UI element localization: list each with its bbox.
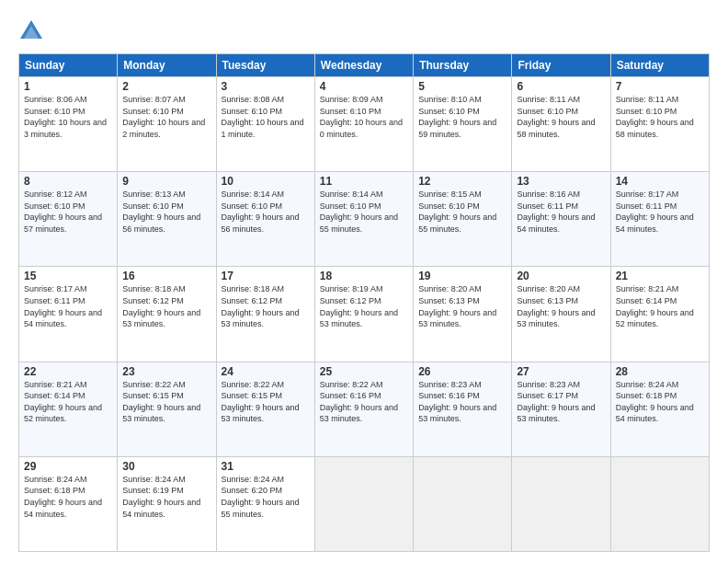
calendar-cell: 18Sunrise: 8:19 AMSunset: 6:12 PMDayligh…: [314, 267, 413, 362]
day-number: 23: [122, 365, 210, 378]
calendar-cell: 14Sunrise: 8:17 AMSunset: 6:11 PMDayligh…: [610, 172, 709, 267]
page: SundayMondayTuesdayWednesdayThursdayFrid…: [0, 0, 728, 563]
calendar-header-row: SundayMondayTuesdayWednesdayThursdayFrid…: [19, 54, 710, 77]
calendar-cell: [414, 456, 512, 551]
calendar-cell: 26Sunrise: 8:23 AMSunset: 6:16 PMDayligh…: [414, 362, 512, 456]
day-number: 19: [418, 270, 506, 282]
day-info: Sunrise: 8:06 AMSunset: 6:10 PMDaylight:…: [24, 95, 107, 139]
calendar-cell: [314, 456, 413, 551]
day-number: 16: [122, 270, 210, 282]
calendar-cell: 27Sunrise: 8:23 AMSunset: 6:17 PMDayligh…: [512, 362, 610, 456]
calendar-week-row: 29Sunrise: 8:24 AMSunset: 6:18 PMDayligh…: [19, 456, 710, 551]
calendar-cell: 1Sunrise: 8:06 AMSunset: 6:10 PMDaylight…: [19, 77, 118, 172]
calendar-cell: 23Sunrise: 8:22 AMSunset: 6:15 PMDayligh…: [118, 362, 216, 456]
day-number: 1: [24, 80, 112, 93]
calendar-cell: 25Sunrise: 8:22 AMSunset: 6:16 PMDayligh…: [314, 362, 413, 456]
day-info: Sunrise: 8:11 AMSunset: 6:10 PMDaylight:…: [616, 95, 694, 139]
calendar-cell: 8Sunrise: 8:12 AMSunset: 6:10 PMDaylight…: [19, 172, 118, 267]
calendar-cell: 3Sunrise: 8:08 AMSunset: 6:10 PMDaylight…: [216, 77, 314, 172]
calendar-cell: 11Sunrise: 8:14 AMSunset: 6:10 PMDayligh…: [314, 172, 413, 267]
day-number: 9: [122, 175, 210, 188]
calendar-cell: 9Sunrise: 8:13 AMSunset: 6:10 PMDaylight…: [118, 172, 216, 267]
calendar-cell: 6Sunrise: 8:11 AMSunset: 6:10 PMDaylight…: [512, 77, 610, 172]
calendar-body: 1Sunrise: 8:06 AMSunset: 6:10 PMDaylight…: [19, 77, 710, 552]
calendar-cell: 12Sunrise: 8:15 AMSunset: 6:10 PMDayligh…: [414, 172, 512, 267]
day-info: Sunrise: 8:17 AMSunset: 6:11 PMDaylight:…: [24, 284, 102, 328]
calendar-cell: 2Sunrise: 8:07 AMSunset: 6:10 PMDaylight…: [118, 77, 216, 172]
day-number: 7: [616, 80, 704, 93]
day-info: Sunrise: 8:17 AMSunset: 6:11 PMDaylight:…: [616, 190, 694, 234]
calendar-cell: 22Sunrise: 8:21 AMSunset: 6:14 PMDayligh…: [19, 362, 118, 456]
day-number: 8: [24, 175, 112, 188]
day-info: Sunrise: 8:21 AMSunset: 6:14 PMDaylight:…: [24, 380, 102, 424]
calendar-cell: [512, 456, 610, 551]
day-info: Sunrise: 8:09 AMSunset: 6:10 PMDaylight:…: [320, 95, 403, 139]
calendar-week-row: 22Sunrise: 8:21 AMSunset: 6:14 PMDayligh…: [19, 362, 710, 456]
header: [18, 15, 710, 44]
calendar-week-row: 8Sunrise: 8:12 AMSunset: 6:10 PMDaylight…: [19, 172, 710, 267]
calendar-cell: 19Sunrise: 8:20 AMSunset: 6:13 PMDayligh…: [414, 267, 512, 362]
day-header-sunday: Sunday: [19, 54, 118, 77]
day-info: Sunrise: 8:14 AMSunset: 6:10 PMDaylight:…: [320, 190, 398, 234]
day-number: 13: [517, 175, 605, 188]
day-number: 24: [222, 365, 310, 378]
day-info: Sunrise: 8:10 AMSunset: 6:10 PMDaylight:…: [418, 95, 496, 139]
calendar: SundayMondayTuesdayWednesdayThursdayFrid…: [18, 53, 710, 552]
day-number: 3: [222, 80, 310, 93]
day-info: Sunrise: 8:11 AMSunset: 6:10 PMDaylight:…: [517, 95, 595, 139]
calendar-week-row: 1Sunrise: 8:06 AMSunset: 6:10 PMDaylight…: [19, 77, 710, 172]
day-header-saturday: Saturday: [610, 54, 709, 77]
calendar-cell: 31Sunrise: 8:24 AMSunset: 6:20 PMDayligh…: [216, 456, 314, 551]
day-number: 6: [517, 80, 605, 93]
calendar-cell: 29Sunrise: 8:24 AMSunset: 6:18 PMDayligh…: [19, 456, 118, 551]
day-number: 11: [320, 175, 408, 188]
day-info: Sunrise: 8:20 AMSunset: 6:13 PMDaylight:…: [418, 284, 496, 328]
day-number: 25: [320, 365, 408, 378]
calendar-cell: 7Sunrise: 8:11 AMSunset: 6:10 PMDaylight…: [610, 77, 709, 172]
calendar-cell: 5Sunrise: 8:10 AMSunset: 6:10 PMDaylight…: [414, 77, 512, 172]
day-number: 26: [418, 365, 506, 378]
day-info: Sunrise: 8:23 AMSunset: 6:16 PMDaylight:…: [418, 380, 496, 424]
day-info: Sunrise: 8:14 AMSunset: 6:10 PMDaylight:…: [222, 190, 300, 234]
calendar-cell: 28Sunrise: 8:24 AMSunset: 6:18 PMDayligh…: [610, 362, 709, 456]
calendar-cell: 16Sunrise: 8:18 AMSunset: 6:12 PMDayligh…: [118, 267, 216, 362]
day-info: Sunrise: 8:22 AMSunset: 6:15 PMDaylight:…: [222, 380, 300, 424]
logo-icon: [18, 18, 44, 44]
day-number: 18: [320, 270, 408, 282]
day-header-wednesday: Wednesday: [314, 54, 413, 77]
calendar-cell: [610, 456, 709, 551]
day-info: Sunrise: 8:23 AMSunset: 6:17 PMDaylight:…: [517, 380, 595, 424]
day-header-tuesday: Tuesday: [216, 54, 314, 77]
day-number: 28: [616, 365, 704, 378]
day-number: 4: [320, 80, 408, 93]
calendar-week-row: 15Sunrise: 8:17 AMSunset: 6:11 PMDayligh…: [19, 267, 710, 362]
day-info: Sunrise: 8:20 AMSunset: 6:13 PMDaylight:…: [517, 284, 595, 328]
day-number: 27: [517, 365, 605, 378]
day-number: 20: [517, 270, 605, 282]
day-number: 10: [222, 175, 310, 188]
logo: [18, 18, 48, 44]
day-info: Sunrise: 8:16 AMSunset: 6:11 PMDaylight:…: [517, 190, 595, 234]
day-info: Sunrise: 8:24 AMSunset: 6:20 PMDaylight:…: [222, 475, 300, 519]
day-info: Sunrise: 8:07 AMSunset: 6:10 PMDaylight:…: [122, 95, 205, 139]
calendar-cell: 20Sunrise: 8:20 AMSunset: 6:13 PMDayligh…: [512, 267, 610, 362]
calendar-cell: 4Sunrise: 8:09 AMSunset: 6:10 PMDaylight…: [314, 77, 413, 172]
day-info: Sunrise: 8:08 AMSunset: 6:10 PMDaylight:…: [222, 95, 304, 139]
day-header-monday: Monday: [118, 54, 216, 77]
day-number: 15: [24, 270, 112, 282]
day-info: Sunrise: 8:15 AMSunset: 6:10 PMDaylight:…: [418, 190, 496, 234]
calendar-cell: 30Sunrise: 8:24 AMSunset: 6:19 PMDayligh…: [118, 456, 216, 551]
day-number: 2: [122, 80, 210, 93]
calendar-cell: 10Sunrise: 8:14 AMSunset: 6:10 PMDayligh…: [216, 172, 314, 267]
day-header-thursday: Thursday: [414, 54, 512, 77]
day-info: Sunrise: 8:13 AMSunset: 6:10 PMDaylight:…: [122, 190, 200, 234]
day-info: Sunrise: 8:24 AMSunset: 6:18 PMDaylight:…: [616, 380, 694, 424]
day-number: 17: [222, 270, 310, 282]
day-info: Sunrise: 8:24 AMSunset: 6:18 PMDaylight:…: [24, 475, 102, 519]
day-number: 31: [222, 460, 310, 473]
day-info: Sunrise: 8:22 AMSunset: 6:15 PMDaylight:…: [122, 380, 200, 424]
calendar-cell: 15Sunrise: 8:17 AMSunset: 6:11 PMDayligh…: [19, 267, 118, 362]
day-info: Sunrise: 8:12 AMSunset: 6:10 PMDaylight:…: [24, 190, 102, 234]
day-number: 14: [616, 175, 704, 188]
day-info: Sunrise: 8:18 AMSunset: 6:12 PMDaylight:…: [222, 284, 300, 328]
